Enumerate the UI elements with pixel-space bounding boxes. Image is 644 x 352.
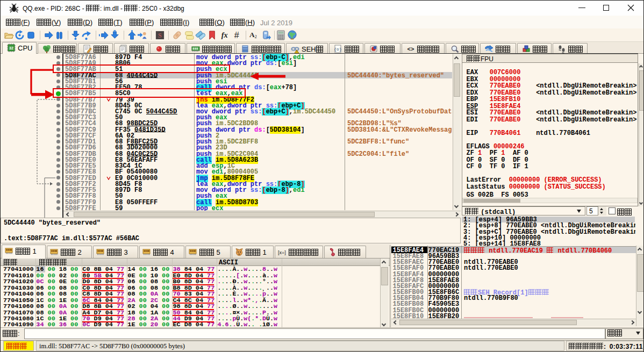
svg-text:S: S bbox=[158, 32, 162, 39]
svg-text:fx: fx bbox=[221, 31, 227, 39]
svg-text:32: 32 bbox=[9, 46, 13, 50]
svg-text:{o}: {o} bbox=[334, 47, 341, 52]
svg-text:[x=]: [x=] bbox=[278, 250, 286, 255]
svg-text:A: A bbox=[249, 31, 254, 39]
svg-text:<>: <> bbox=[407, 46, 414, 53]
svg-text:#: # bbox=[234, 30, 239, 40]
svg-text:2: 2 bbox=[254, 34, 256, 39]
